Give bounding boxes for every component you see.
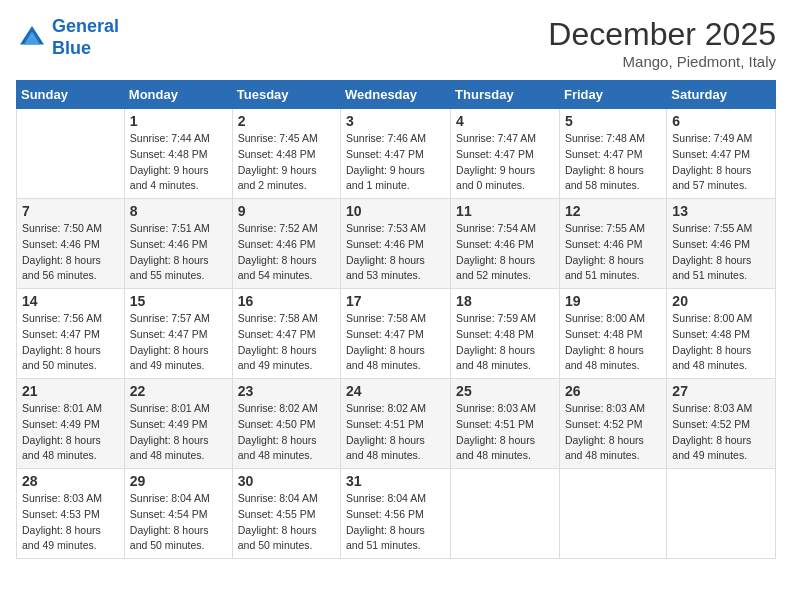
day-number: 26 [565, 383, 661, 399]
day-number: 23 [238, 383, 335, 399]
calendar-cell: 30Sunrise: 8:04 AMSunset: 4:55 PMDayligh… [232, 469, 340, 559]
day-info: Sunrise: 7:55 AMSunset: 4:46 PMDaylight:… [672, 221, 770, 284]
calendar-cell: 25Sunrise: 8:03 AMSunset: 4:51 PMDayligh… [451, 379, 560, 469]
day-number: 3 [346, 113, 445, 129]
day-number: 8 [130, 203, 227, 219]
day-number: 9 [238, 203, 335, 219]
day-info: Sunrise: 8:02 AMSunset: 4:51 PMDaylight:… [346, 401, 445, 464]
calendar-cell [451, 469, 560, 559]
calendar-cell: 31Sunrise: 8:04 AMSunset: 4:56 PMDayligh… [341, 469, 451, 559]
day-number: 28 [22, 473, 119, 489]
day-number: 15 [130, 293, 227, 309]
day-info: Sunrise: 7:58 AMSunset: 4:47 PMDaylight:… [346, 311, 445, 374]
day-info: Sunrise: 8:04 AMSunset: 4:54 PMDaylight:… [130, 491, 227, 554]
calendar-header-row: SundayMondayTuesdayWednesdayThursdayFrid… [17, 81, 776, 109]
calendar-cell [667, 469, 776, 559]
day-number: 30 [238, 473, 335, 489]
calendar-week-row: 14Sunrise: 7:56 AMSunset: 4:47 PMDayligh… [17, 289, 776, 379]
calendar-cell: 22Sunrise: 8:01 AMSunset: 4:49 PMDayligh… [124, 379, 232, 469]
day-number: 16 [238, 293, 335, 309]
header-day-wednesday: Wednesday [341, 81, 451, 109]
calendar-cell: 12Sunrise: 7:55 AMSunset: 4:46 PMDayligh… [559, 199, 666, 289]
day-info: Sunrise: 8:00 AMSunset: 4:48 PMDaylight:… [672, 311, 770, 374]
day-number: 17 [346, 293, 445, 309]
calendar-cell: 10Sunrise: 7:53 AMSunset: 4:46 PMDayligh… [341, 199, 451, 289]
day-info: Sunrise: 8:00 AMSunset: 4:48 PMDaylight:… [565, 311, 661, 374]
day-number: 25 [456, 383, 554, 399]
logo: General Blue [16, 16, 119, 59]
day-info: Sunrise: 7:58 AMSunset: 4:47 PMDaylight:… [238, 311, 335, 374]
logo-text: General Blue [52, 16, 119, 59]
day-info: Sunrise: 8:01 AMSunset: 4:49 PMDaylight:… [22, 401, 119, 464]
day-info: Sunrise: 8:03 AMSunset: 4:52 PMDaylight:… [565, 401, 661, 464]
day-info: Sunrise: 7:52 AMSunset: 4:46 PMDaylight:… [238, 221, 335, 284]
day-info: Sunrise: 7:50 AMSunset: 4:46 PMDaylight:… [22, 221, 119, 284]
header-day-monday: Monday [124, 81, 232, 109]
calendar-cell: 18Sunrise: 7:59 AMSunset: 4:48 PMDayligh… [451, 289, 560, 379]
header-day-sunday: Sunday [17, 81, 125, 109]
header-day-saturday: Saturday [667, 81, 776, 109]
day-number: 18 [456, 293, 554, 309]
calendar-cell: 8Sunrise: 7:51 AMSunset: 4:46 PMDaylight… [124, 199, 232, 289]
day-info: Sunrise: 7:59 AMSunset: 4:48 PMDaylight:… [456, 311, 554, 374]
day-info: Sunrise: 7:45 AMSunset: 4:48 PMDaylight:… [238, 131, 335, 194]
calendar-cell: 16Sunrise: 7:58 AMSunset: 4:47 PMDayligh… [232, 289, 340, 379]
calendar-cell: 29Sunrise: 8:04 AMSunset: 4:54 PMDayligh… [124, 469, 232, 559]
calendar-cell: 4Sunrise: 7:47 AMSunset: 4:47 PMDaylight… [451, 109, 560, 199]
header-day-friday: Friday [559, 81, 666, 109]
calendar-cell: 2Sunrise: 7:45 AMSunset: 4:48 PMDaylight… [232, 109, 340, 199]
calendar-cell: 11Sunrise: 7:54 AMSunset: 4:46 PMDayligh… [451, 199, 560, 289]
day-number: 21 [22, 383, 119, 399]
day-number: 10 [346, 203, 445, 219]
day-number: 1 [130, 113, 227, 129]
day-info: Sunrise: 7:57 AMSunset: 4:47 PMDaylight:… [130, 311, 227, 374]
location-title: Mango, Piedmont, Italy [548, 53, 776, 70]
day-number: 27 [672, 383, 770, 399]
day-info: Sunrise: 7:54 AMSunset: 4:46 PMDaylight:… [456, 221, 554, 284]
day-info: Sunrise: 8:02 AMSunset: 4:50 PMDaylight:… [238, 401, 335, 464]
calendar-cell: 7Sunrise: 7:50 AMSunset: 4:46 PMDaylight… [17, 199, 125, 289]
calendar-cell: 17Sunrise: 7:58 AMSunset: 4:47 PMDayligh… [341, 289, 451, 379]
month-title: December 2025 [548, 16, 776, 53]
calendar-week-row: 1Sunrise: 7:44 AMSunset: 4:48 PMDaylight… [17, 109, 776, 199]
calendar-cell: 19Sunrise: 8:00 AMSunset: 4:48 PMDayligh… [559, 289, 666, 379]
calendar-cell [559, 469, 666, 559]
calendar-cell: 21Sunrise: 8:01 AMSunset: 4:49 PMDayligh… [17, 379, 125, 469]
day-number: 11 [456, 203, 554, 219]
day-number: 5 [565, 113, 661, 129]
day-info: Sunrise: 8:01 AMSunset: 4:49 PMDaylight:… [130, 401, 227, 464]
day-info: Sunrise: 7:44 AMSunset: 4:48 PMDaylight:… [130, 131, 227, 194]
day-info: Sunrise: 8:03 AMSunset: 4:52 PMDaylight:… [672, 401, 770, 464]
day-number: 22 [130, 383, 227, 399]
day-info: Sunrise: 7:48 AMSunset: 4:47 PMDaylight:… [565, 131, 661, 194]
page-header: General Blue December 2025 Mango, Piedmo… [16, 16, 776, 70]
calendar-week-row: 28Sunrise: 8:03 AMSunset: 4:53 PMDayligh… [17, 469, 776, 559]
title-area: December 2025 Mango, Piedmont, Italy [548, 16, 776, 70]
day-number: 7 [22, 203, 119, 219]
calendar-week-row: 21Sunrise: 8:01 AMSunset: 4:49 PMDayligh… [17, 379, 776, 469]
logo-line1: General [52, 16, 119, 36]
calendar-cell: 27Sunrise: 8:03 AMSunset: 4:52 PMDayligh… [667, 379, 776, 469]
logo-icon [16, 22, 48, 54]
day-number: 12 [565, 203, 661, 219]
day-info: Sunrise: 7:47 AMSunset: 4:47 PMDaylight:… [456, 131, 554, 194]
day-info: Sunrise: 8:03 AMSunset: 4:53 PMDaylight:… [22, 491, 119, 554]
calendar-cell: 13Sunrise: 7:55 AMSunset: 4:46 PMDayligh… [667, 199, 776, 289]
calendar-cell: 9Sunrise: 7:52 AMSunset: 4:46 PMDaylight… [232, 199, 340, 289]
calendar-cell: 3Sunrise: 7:46 AMSunset: 4:47 PMDaylight… [341, 109, 451, 199]
day-info: Sunrise: 7:53 AMSunset: 4:46 PMDaylight:… [346, 221, 445, 284]
calendar-week-row: 7Sunrise: 7:50 AMSunset: 4:46 PMDaylight… [17, 199, 776, 289]
calendar-cell: 26Sunrise: 8:03 AMSunset: 4:52 PMDayligh… [559, 379, 666, 469]
calendar-cell: 23Sunrise: 8:02 AMSunset: 4:50 PMDayligh… [232, 379, 340, 469]
day-number: 14 [22, 293, 119, 309]
calendar-cell: 20Sunrise: 8:00 AMSunset: 4:48 PMDayligh… [667, 289, 776, 379]
day-info: Sunrise: 7:46 AMSunset: 4:47 PMDaylight:… [346, 131, 445, 194]
calendar-cell: 1Sunrise: 7:44 AMSunset: 4:48 PMDaylight… [124, 109, 232, 199]
calendar-cell [17, 109, 125, 199]
day-info: Sunrise: 7:56 AMSunset: 4:47 PMDaylight:… [22, 311, 119, 374]
calendar-cell: 6Sunrise: 7:49 AMSunset: 4:47 PMDaylight… [667, 109, 776, 199]
day-number: 20 [672, 293, 770, 309]
day-number: 19 [565, 293, 661, 309]
day-number: 6 [672, 113, 770, 129]
day-info: Sunrise: 8:04 AMSunset: 4:55 PMDaylight:… [238, 491, 335, 554]
